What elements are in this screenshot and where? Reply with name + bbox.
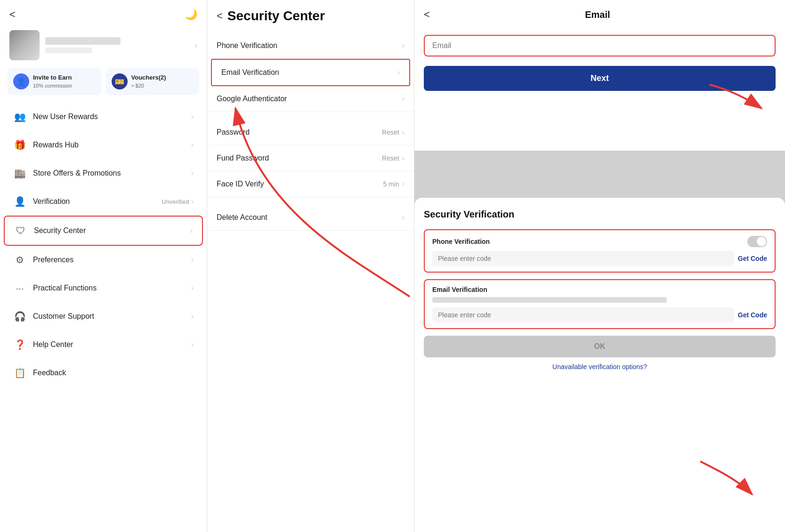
sidebar-chevron-icon: ›: [191, 284, 194, 292]
sidebar-chevron-icon: ›: [191, 312, 194, 321]
invite-label: Invite to Earn: [33, 74, 72, 81]
email-verification-label: Email Verification: [432, 286, 767, 293]
security-chevron-icon: ›: [402, 154, 405, 162]
email-verification-section: Email Verification Get Code: [424, 279, 776, 329]
security-center-icon: 🛡: [14, 224, 27, 237]
sidebar-item-customer-support[interactable]: 🎧 Customer Support ›: [4, 302, 203, 330]
email-panel-header: < Email: [414, 0, 785, 25]
nav-list: 👥 New User Rewards › 🎁 Rewards Hub › 🏬 S…: [0, 103, 207, 532]
store-offers-icon: 🏬: [13, 167, 26, 180]
new-user-rewards-icon: 👥: [13, 110, 26, 123]
sidebar-item-label: Rewards Hub: [33, 141, 191, 149]
phone-get-code[interactable]: Get Code: [738, 255, 767, 262]
security-chevron-icon: ›: [402, 41, 405, 50]
sidebar-item-help-center[interactable]: ❓ Help Center ›: [4, 330, 203, 359]
sidebar-chevron-icon: ›: [191, 141, 194, 149]
avatar: [9, 30, 40, 60]
security-item-google-authenticator[interactable]: Google Authenticator ›: [207, 86, 414, 112]
security-item-face-id[interactable]: Face ID Verify 5 min ›: [207, 171, 414, 197]
phone-toggle[interactable]: [747, 236, 767, 247]
rewards-hub-icon: 🎁: [13, 138, 26, 152]
phone-verification-label: Phone Verification: [432, 238, 490, 245]
feedback-icon: 📋: [13, 366, 26, 379]
sidebar-item-label: Verification: [33, 197, 162, 206]
vouchers-icon: 🎫: [112, 73, 128, 89]
left-header: < 🌙: [0, 0, 207, 25]
security-center-title: Security Center: [227, 8, 325, 24]
sidebar-chevron-icon: ›: [191, 113, 194, 121]
phone-code-input[interactable]: [432, 251, 734, 266]
promo-cards: 👤 Invite to Earn 10% commission 🎫 Vouche…: [0, 68, 207, 103]
security-chevron-icon: ›: [402, 95, 405, 103]
security-item-email-verification[interactable]: Email Verification ›: [211, 59, 410, 86]
security-item-delete-account[interactable]: Delete Account ›: [207, 205, 414, 231]
sidebar-item-preferences[interactable]: ⚙ Preferences ›: [4, 246, 203, 274]
security-item-label: Password: [217, 128, 382, 137]
email-blur: [432, 297, 667, 303]
security-item-phone-verification[interactable]: Phone Verification ›: [207, 33, 414, 59]
unavailable-link[interactable]: Unavailable verification options?: [424, 363, 776, 371]
security-verification-panel: Security Verification Phone Verification…: [414, 198, 785, 532]
profile-id-blur: [45, 48, 92, 53]
sidebar-item-practical-functions[interactable]: ··· Practical Functions ›: [4, 274, 203, 302]
sidebar-chevron-icon: ›: [191, 197, 194, 206]
sv-title: Security Verification: [424, 209, 776, 220]
customer-support-icon: 🎧: [13, 310, 26, 323]
gray-spacer: [414, 151, 785, 193]
verification-icon: 👤: [13, 195, 26, 208]
invite-sub: 10% commission: [33, 83, 72, 89]
email-code-input[interactable]: [432, 307, 734, 322]
vouchers-card[interactable]: 🎫 Vouchers(2) ≈ $20: [106, 68, 200, 95]
right-inner: < Email Next Security Verification Phone…: [414, 0, 785, 532]
email-back-button[interactable]: <: [424, 8, 430, 21]
security-chevron-icon: ›: [402, 180, 405, 188]
sidebar-item-rewards-hub[interactable]: 🎁 Rewards Hub ›: [4, 131, 203, 159]
security-chevron-icon: ›: [402, 128, 405, 137]
security-item-hint: Reset: [382, 154, 399, 162]
dark-mode-icon[interactable]: 🌙: [185, 8, 197, 21]
practical-functions-icon: ···: [13, 282, 26, 295]
security-item-hint: 5 min: [383, 180, 399, 188]
middle-header: < Security Center: [207, 0, 414, 28]
invite-to-earn-card[interactable]: 👤 Invite to Earn 10% commission: [8, 68, 101, 95]
ok-button[interactable]: OK: [424, 336, 776, 357]
email-get-code[interactable]: Get Code: [738, 311, 767, 319]
email-input[interactable]: [432, 41, 767, 50]
middle-back-button[interactable]: <: [217, 10, 223, 22]
security-item-label: Delete Account: [217, 213, 402, 222]
vouchers-label: Vouchers(2): [131, 74, 166, 81]
security-list: Phone Verification › Email Verification …: [207, 28, 414, 532]
sidebar-item-label: Customer Support: [33, 312, 191, 321]
sidebar-item-feedback[interactable]: 📋 Feedback: [4, 359, 203, 387]
security-item-fund-password[interactable]: Fund Password Reset ›: [207, 145, 414, 171]
security-item-label: Email Verification: [221, 68, 397, 77]
sidebar-item-store-offers[interactable]: 🏬 Store Offers & Promotions ›: [4, 159, 203, 187]
sidebar-item-label: Preferences: [33, 256, 191, 264]
profile-area[interactable]: ›: [0, 25, 207, 68]
next-button[interactable]: Next: [424, 66, 776, 91]
profile-chevron-icon: ›: [194, 40, 197, 50]
sidebar-chevron-icon: ›: [191, 169, 194, 177]
security-item-password[interactable]: Password Reset ›: [207, 120, 414, 145]
sidebar-chevron-icon: ›: [191, 256, 194, 264]
security-item-hint: Reset: [382, 129, 399, 136]
security-chevron-icon: ›: [402, 213, 405, 222]
sidebar-item-label: Help Center: [33, 340, 191, 349]
phone-verification-section: Phone Verification Get Code: [424, 229, 776, 273]
sidebar-item-new-user-rewards[interactable]: 👥 New User Rewards ›: [4, 103, 203, 131]
email-panel-title: Email: [435, 9, 761, 20]
sidebar-item-label: Feedback: [33, 369, 194, 377]
email-panel: < Email Next: [414, 0, 785, 151]
sidebar-item-security-center[interactable]: 🛡 Security Center ›: [4, 216, 203, 246]
sidebar-item-label: New User Rewards: [33, 113, 191, 121]
sidebar-item-label: Security Center: [34, 226, 190, 235]
section-divider-2: [207, 197, 414, 205]
middle-panel: < Security Center Phone Verification › E…: [207, 0, 414, 532]
security-chevron-icon: ›: [397, 68, 400, 77]
sidebar-item-verification[interactable]: 👤 Verification Unverified ›: [4, 187, 203, 216]
invite-icon: 👤: [13, 73, 29, 89]
preferences-icon: ⚙: [13, 253, 26, 266]
security-item-label: Face ID Verify: [217, 180, 383, 188]
left-back-button[interactable]: <: [9, 8, 16, 21]
sidebar-chevron-icon: ›: [190, 226, 193, 235]
